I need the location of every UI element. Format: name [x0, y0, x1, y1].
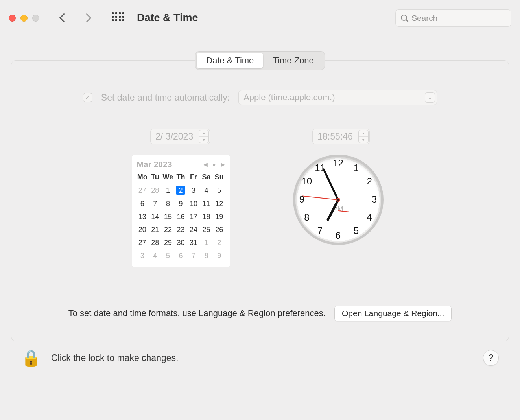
- time-server-value: Apple (time.apple.com.): [243, 92, 335, 103]
- date-stepper[interactable]: 2/ 3/2023 ▲ ▼: [150, 129, 210, 144]
- window-controls: [9, 15, 39, 22]
- calendar-day[interactable]: 3: [187, 183, 200, 198]
- clock-number: 4: [363, 212, 375, 224]
- time-stepper-buttons: ▲ ▼: [358, 130, 369, 143]
- calendar-day[interactable]: 2: [174, 183, 187, 198]
- calendar-day[interactable]: 30: [174, 236, 187, 249]
- time-stepper[interactable]: 18:55:46 ▲ ▼: [312, 129, 370, 144]
- formats-row: To set date and time formats, use Langua…: [11, 306, 509, 321]
- calendar-day[interactable]: 7: [187, 249, 200, 262]
- calendar-next-icon[interactable]: ▶: [221, 161, 225, 168]
- calendar-weekday: Tu: [149, 171, 162, 183]
- clock-number: 8: [301, 212, 313, 224]
- calendar-day[interactable]: 5: [213, 183, 226, 198]
- calendar-day[interactable]: 13: [136, 210, 149, 223]
- calendar-day[interactable]: 29: [162, 236, 175, 249]
- calendar-day[interactable]: 1: [162, 183, 175, 198]
- calendar[interactable]: Mar 2023 ◀ ● ▶ MoTuWeThFrSaSu 2728123456…: [132, 155, 230, 267]
- formats-hint: To set date and time formats, use Langua…: [68, 308, 326, 319]
- search-field[interactable]: [395, 9, 511, 27]
- date-step-down[interactable]: ▼: [199, 137, 208, 143]
- date-time-steppers: 2/ 3/2023 ▲ ▼ 18:55:46 ▲ ▼: [11, 129, 509, 144]
- open-language-region-button[interactable]: Open Language & Region...: [334, 306, 452, 321]
- calendar-day[interactable]: 7: [149, 197, 162, 210]
- calendar-grid: MoTuWeThFrSaSu 2728123456789101112131415…: [136, 171, 226, 262]
- calendar-day[interactable]: 8: [162, 197, 175, 210]
- calendar-day[interactable]: 6: [136, 197, 149, 210]
- calendar-day[interactable]: 25: [200, 223, 213, 236]
- minimize-window-button[interactable]: [20, 15, 28, 22]
- calendar-day[interactable]: 21: [149, 223, 162, 236]
- date-step-up[interactable]: ▲: [199, 130, 208, 137]
- time-server-select[interactable]: Apple (time.apple.com.) ⌄: [238, 90, 437, 105]
- show-all-icon[interactable]: [112, 12, 124, 24]
- calendar-day[interactable]: 5: [162, 249, 175, 262]
- lock-hint: Click the lock to make changes.: [51, 353, 178, 363]
- back-button[interactable]: [59, 14, 68, 22]
- calendar-day[interactable]: 6: [174, 249, 187, 262]
- calendar-day[interactable]: 9: [213, 249, 226, 262]
- clock-number: 2: [363, 176, 375, 188]
- auto-datetime-label: Set date and time automatically:: [101, 92, 230, 103]
- calendar-day[interactable]: 9: [174, 197, 187, 210]
- time-step-down[interactable]: ▼: [359, 137, 368, 143]
- calendar-day[interactable]: 24: [187, 223, 200, 236]
- calendar-day[interactable]: 1: [200, 236, 213, 249]
- calendar-day[interactable]: 28: [149, 236, 162, 249]
- calendar-weekday: Sa: [200, 171, 213, 183]
- calendar-day[interactable]: 10: [187, 197, 200, 210]
- zoom-window-button[interactable]: [32, 15, 39, 22]
- calendar-today-icon[interactable]: ●: [212, 161, 216, 168]
- nav-buttons: [59, 14, 92, 22]
- clock-number: 3: [369, 194, 380, 206]
- calendar-day[interactable]: 28: [149, 183, 162, 198]
- auto-datetime-checkbox[interactable]: ✓: [83, 93, 92, 102]
- date-stepper-buttons: ▲ ▼: [199, 130, 209, 143]
- calendar-day[interactable]: 23: [174, 223, 187, 236]
- calendar-day[interactable]: 3: [136, 249, 149, 262]
- calendar-day[interactable]: 27: [136, 183, 149, 198]
- help-button[interactable]: ?: [483, 350, 499, 366]
- calendar-day[interactable]: 19: [213, 210, 226, 223]
- calendar-day[interactable]: 12: [213, 197, 226, 210]
- calendar-day[interactable]: 16: [174, 210, 187, 223]
- calendar-day[interactable]: 2: [213, 236, 226, 249]
- calendar-day[interactable]: 20: [136, 223, 149, 236]
- lock-icon[interactable]: 🔒: [21, 350, 41, 366]
- calendar-day[interactable]: 11: [200, 197, 213, 210]
- calendar-month-label: Mar 2023: [137, 160, 172, 169]
- calendar-day[interactable]: 17: [187, 210, 200, 223]
- clock-pivot: [336, 198, 340, 202]
- search-icon: [400, 14, 408, 22]
- tab-time-zone[interactable]: Time Zone: [263, 53, 323, 68]
- main-panel: ✓ Set date and time automatically: Apple…: [11, 60, 509, 341]
- clock-number: 12: [332, 158, 344, 169]
- time-step-up[interactable]: ▲: [359, 130, 368, 137]
- forward-button[interactable]: [83, 14, 92, 22]
- calendar-prev-icon[interactable]: ◀: [203, 161, 208, 168]
- calendar-day[interactable]: 22: [162, 223, 175, 236]
- tab-bar: Date & Time Time Zone: [0, 51, 520, 70]
- clock-number: 1: [350, 162, 362, 174]
- calendar-clock-row: Mar 2023 ◀ ● ▶ MoTuWeThFrSaSu 2728123456…: [11, 155, 509, 267]
- window-title: Date & Time: [137, 12, 198, 24]
- clock-number: 6: [332, 230, 344, 242]
- clock-number: 7: [314, 225, 326, 237]
- close-window-button[interactable]: [9, 15, 16, 22]
- search-input[interactable]: [411, 13, 506, 23]
- tab-date-time[interactable]: Date & Time: [197, 53, 263, 68]
- calendar-day[interactable]: 14: [149, 210, 162, 223]
- calendar-day[interactable]: 27: [136, 236, 149, 249]
- calendar-day[interactable]: 4: [200, 183, 213, 198]
- chevron-down-icon: ⌄: [425, 92, 435, 103]
- calendar-day[interactable]: 26: [213, 223, 226, 236]
- footer: 🔒 Click the lock to make changes. ?: [0, 341, 520, 374]
- calendar-weekday: Fr: [187, 171, 200, 183]
- calendar-day[interactable]: 8: [200, 249, 213, 262]
- calendar-day[interactable]: 4: [149, 249, 162, 262]
- calendar-day[interactable]: 18: [200, 210, 213, 223]
- calendar-day[interactable]: 15: [162, 210, 175, 223]
- calendar-day[interactable]: 31: [187, 236, 200, 249]
- time-value: 18:55:46: [313, 129, 358, 144]
- clock-number: 11: [314, 162, 326, 174]
